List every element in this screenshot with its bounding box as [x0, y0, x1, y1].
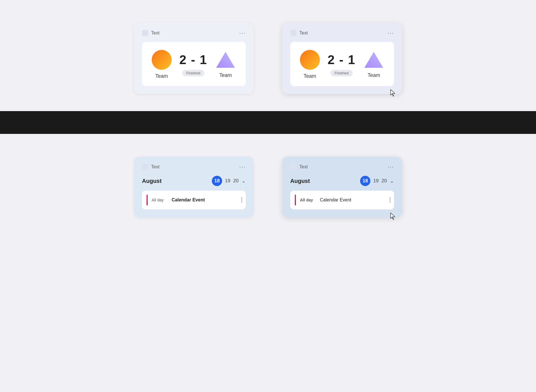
team2-name-right: Team [368, 72, 380, 78]
event-dot1-right [389, 197, 391, 199]
team2-logo-right [363, 51, 384, 69]
event-dot3-right [389, 201, 391, 203]
event-dot3-left [241, 201, 242, 203]
cal-event-row-left[interactable]: All day Calendar Event [142, 191, 246, 209]
score-value-left: 2 - 1 [179, 53, 207, 67]
svg-marker-0 [216, 52, 235, 68]
team1-logo-left [152, 50, 172, 70]
header-icon-left [142, 30, 148, 36]
score-card-left: Text ··· Team 2 - 1 Finished [134, 23, 254, 94]
cal-date-19-right[interactable]: 19 [373, 178, 379, 184]
bottom-section: Text ··· August 18 19 20 ⌄ All day Calen… [0, 134, 536, 234]
cal-date-18-left[interactable]: 18 [212, 176, 222, 186]
top-section: Text ··· Team 2 - 1 Finished [0, 0, 536, 111]
cal-more-left[interactable]: ··· [239, 164, 246, 170]
cal-header-icon-right [290, 164, 297, 170]
cal-date-18-right[interactable]: 18 [360, 176, 370, 186]
cal-chevron-left[interactable]: ⌄ [241, 178, 246, 184]
team2-name-left: Team [219, 72, 232, 78]
team1-block-right: Team [300, 50, 320, 79]
cal-month-right: August [290, 178, 310, 184]
cal-header-icon-left [142, 164, 148, 170]
more-options-left[interactable]: ··· [239, 30, 246, 36]
event-dot2-right [389, 199, 391, 201]
cal-chevron-right[interactable]: ⌄ [390, 178, 394, 184]
cursor-icon-score [389, 89, 396, 97]
team1-name-left: Team [155, 73, 168, 79]
team1-name-right: Team [304, 73, 316, 79]
event-more-left[interactable] [241, 197, 242, 203]
card-header-left-group: Text [142, 30, 159, 36]
event-bar-right [295, 195, 296, 205]
cal-header-left: Text ··· [142, 164, 246, 170]
team2-logo-left [215, 51, 236, 69]
cal-date-chips-right: 18 19 20 ⌄ [360, 176, 394, 186]
cal-header-right-group: Text [290, 164, 308, 170]
cal-date-chips-left: 18 19 20 ⌄ [212, 176, 246, 186]
event-dot1-left [241, 197, 242, 199]
team1-block-left: Team [152, 50, 172, 79]
cal-date-19-left[interactable]: 19 [225, 178, 230, 184]
card-title-left: Text [151, 30, 159, 36]
score-inner-right: Team 2 - 1 Finished Team [290, 42, 394, 86]
cal-event-row-right[interactable]: All day Calendar Event [290, 191, 394, 209]
card-title-right: Text [299, 30, 308, 36]
cal-month-left: August [142, 178, 162, 184]
cal-date-20-left[interactable]: 20 [233, 178, 239, 184]
cal-header-right: Text ··· [290, 164, 394, 170]
score-inner-left: Team 2 - 1 Finished Team [142, 42, 246, 86]
cal-date-20-right[interactable]: 20 [381, 178, 387, 184]
team2-block-right: Team [363, 51, 384, 78]
calendar-card-left: Text ··· August 18 19 20 ⌄ All day Calen… [134, 157, 254, 217]
cursor-icon-calendar [389, 212, 396, 220]
score-value-right: 2 - 1 [328, 53, 356, 67]
divider-bar [0, 111, 536, 134]
card-header-left: Text ··· [142, 30, 246, 36]
status-badge-right: Finished [330, 70, 352, 76]
card-header-right-group: Text [290, 30, 308, 36]
cal-title-right: Text [299, 164, 308, 170]
card-header-right: Text ··· [290, 30, 394, 36]
team2-block-left: Team [215, 51, 236, 78]
more-options-right[interactable]: ··· [387, 30, 394, 36]
cal-title-left: Text [151, 164, 159, 170]
event-title-right: Calendar Event [320, 197, 351, 203]
team1-logo-right [300, 50, 320, 70]
svg-marker-1 [364, 52, 383, 68]
cal-month-row-right: August 18 19 20 ⌄ [290, 176, 394, 186]
score-center-right: 2 - 1 Finished [328, 53, 356, 76]
score-center-left: 2 - 1 Finished [179, 53, 207, 76]
event-title-left: Calendar Event [172, 197, 205, 203]
cal-month-row-left: August 18 19 20 ⌄ [142, 176, 246, 186]
event-dot2-left [241, 199, 242, 201]
event-allday-left: All day [152, 198, 168, 202]
event-allday-right: All day [300, 198, 316, 202]
cal-more-right[interactable]: ··· [387, 164, 394, 170]
cal-header-left-group: Text [142, 164, 159, 170]
calendar-card-right: Text ··· August 18 19 20 ⌄ All day Calen… [282, 157, 402, 217]
event-more-right[interactable] [389, 197, 391, 203]
header-icon-right [290, 30, 297, 36]
event-bar-left [147, 195, 148, 205]
status-badge-left: Finished [182, 70, 204, 76]
score-card-right: Text ··· Team 2 - 1 Finished [282, 23, 402, 94]
